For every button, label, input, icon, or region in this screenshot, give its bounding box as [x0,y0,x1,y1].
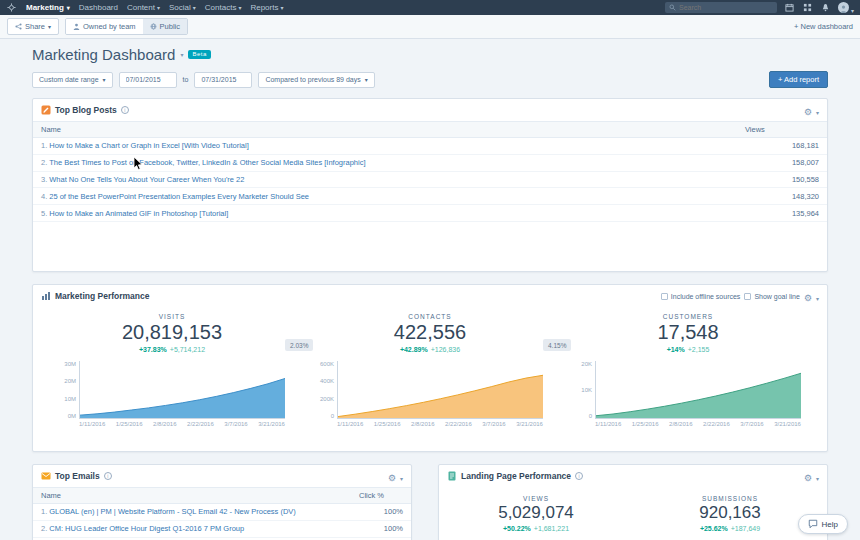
globe-icon [150,23,157,30]
bottom-row: Top Emails Name Click % 1.GLOBAL (en) | … [32,464,828,540]
date-range-select[interactable]: Custom date range [32,72,113,88]
blog-post-link[interactable]: The Best Times to Post on Facebook, Twit… [49,158,365,167]
gear-icon[interactable] [804,101,812,119]
card-title: Top Emails [55,471,100,481]
metric-label: VIEWS [455,495,617,502]
apps-grid-icon[interactable] [802,2,813,13]
chevron-down-icon [238,3,241,12]
show-goal-line-checkbox[interactable]: Show goal line [744,293,800,300]
row-rank: 3. [41,175,47,184]
email-link[interactable]: GLOBAL (en) | PM | Website Platform - SQ… [49,507,296,516]
top-emails-header: Top Emails [33,465,411,487]
gear-icon[interactable] [804,287,812,305]
y-axis-labels: 600K400K200K0 [317,361,337,419]
include-offline-checkbox[interactable]: Include offline sources [661,293,741,300]
dashboard-switcher-caret-icon[interactable] [180,50,183,59]
column-header-name: Name [33,122,737,138]
person-icon [73,23,80,30]
blog-post-link[interactable]: 25 of the Best PowerPoint Presentation E… [49,192,309,201]
new-dashboard-button[interactable]: + New dashboard [794,22,853,31]
metric-delta: +42.89%+126,836 [317,346,543,353]
visibility-segmented-control: Owned by team Public [65,18,188,35]
row-rank: 4. [41,192,47,201]
share-button[interactable]: Share [7,18,59,35]
compare-select[interactable]: Compared to previous 89 days [258,72,374,88]
table-header-row: Name Views [33,122,827,138]
row-rank: 2. [41,524,47,533]
chevron-down-icon[interactable] [816,467,819,485]
card-title: Marketing Performance [55,291,149,301]
chevron-down-icon [851,0,854,17]
table-header-row: Name Click % [33,488,411,504]
landing-page-body: VIEWS 5,029,074 +50.22%+1,681,221 SUBMIS… [439,487,827,532]
page-title: Marketing Dashboard [32,46,175,63]
calendar-icon[interactable] [784,2,795,13]
page-content: Marketing Dashboard Beta Custom date ran… [0,44,860,540]
nav-item-dashboard[interactable]: Dashboard [79,3,118,12]
nav-item-contacts[interactable]: Contacts [205,3,242,12]
row-rank: 1. [41,141,47,150]
add-report-button[interactable]: + Add report [769,71,828,88]
blog-pencil-icon [41,105,51,115]
to-label: to [183,76,189,83]
chevron-down-icon[interactable] [400,467,403,485]
chevron-down-icon [280,3,283,12]
blog-post-row: 4.25 of the Best PowerPoint Presentation… [33,188,827,205]
contacts-chart-block: 600K400K200K0 [317,361,543,419]
owned-by-team-tab[interactable]: Owned by team [66,19,143,34]
navbar-right-group [665,0,854,17]
row-rank: 1. [41,507,47,516]
sprocket-logo-icon[interactable] [6,2,17,13]
date-from-input[interactable] [119,72,177,88]
blog-post-views: 135,964 [737,205,827,222]
chevron-down-icon [103,76,106,83]
search-input[interactable] [679,4,773,11]
metric-label: SUBMISSIONS [649,495,811,502]
column-header-name: Name [33,488,351,504]
nav-item-social[interactable]: Social [169,3,196,12]
chevron-down-icon [67,3,70,12]
date-to-input[interactable] [194,72,252,88]
blog-post-link[interactable]: How to Make a Chart or Graph in Excel [W… [49,141,249,150]
visits-metric: VISITS 20,819,153 +37.83%+5,714,212 30M2… [43,307,301,427]
info-icon[interactable] [575,472,583,480]
customers-chart-block: 20K10K0 [575,361,801,419]
blog-post-link[interactable]: How to Make an Animated GIF in Photoshop… [49,209,228,218]
views-metric: VIEWS 5,029,074 +50.22%+1,681,221 [439,489,633,532]
email-click-pct: 100% [351,504,411,521]
chevron-down-icon[interactable] [816,287,819,305]
notifications-bell-icon[interactable] [820,2,831,13]
chevron-down-icon [193,3,196,12]
blog-post-views: 168,181 [737,138,827,155]
bar-chart-icon [41,291,51,301]
user-menu[interactable] [838,0,854,17]
metric-value: 920,163 [649,503,811,523]
help-button[interactable]: Help [798,514,848,534]
nav-item-reports[interactable]: Reports [250,3,283,12]
gear-icon[interactable] [804,467,812,485]
blog-post-row: 3.What No One Tells You About Your Caree… [33,171,827,188]
blog-post-link[interactable]: What No One Tells You About Your Career … [49,175,244,184]
nav-item-content[interactable]: Content [127,3,160,12]
nav-brand-label: Marketing [26,3,64,12]
chevron-down-icon [48,22,51,31]
marketing-performance-body: VISITS 20,819,153 +37.83%+5,714,212 30M2… [33,307,827,427]
nav-brand-marketing[interactable]: Marketing [26,3,70,12]
metric-value: 17,548 [575,321,801,344]
top-blog-posts-header: Top Blog Posts [33,99,827,121]
email-link[interactable]: CM: HUG Leader Office Hour Digest Q1-201… [49,524,244,533]
blog-post-views: 158,007 [737,154,827,171]
chevron-down-icon[interactable] [816,101,819,119]
marketing-performance-header: Marketing Performance Include offline so… [33,285,827,307]
gear-icon[interactable] [388,467,396,485]
x-axis-labels: 1/11/20161/25/20162/8/20162/22/20163/7/2… [79,421,285,427]
blog-post-views: 148,320 [737,188,827,205]
y-axis-labels: 30M20M10M0M [59,361,79,419]
info-icon[interactable] [104,472,112,480]
top-navbar: Marketing Dashboard Content Social Conta… [0,0,860,15]
info-icon[interactable] [121,106,129,114]
metric-label: CUSTOMERS [575,313,801,320]
top-blog-posts-card: Top Blog Posts Name Views 1.How to Make … [32,98,828,272]
global-search[interactable] [665,2,777,13]
public-tab[interactable]: Public [143,19,187,34]
